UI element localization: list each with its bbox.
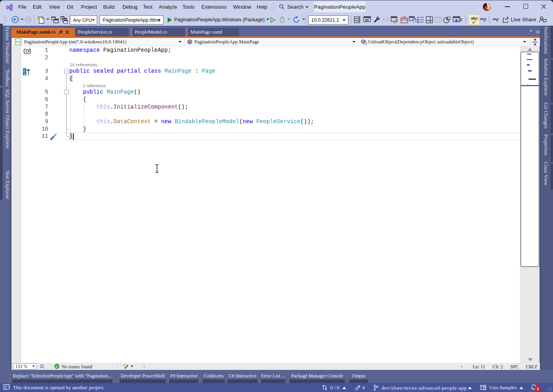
svg-text:{: { (23, 48, 26, 54)
svg-text:I: I (24, 68, 24, 72)
svg-text:o: o (24, 72, 26, 75)
